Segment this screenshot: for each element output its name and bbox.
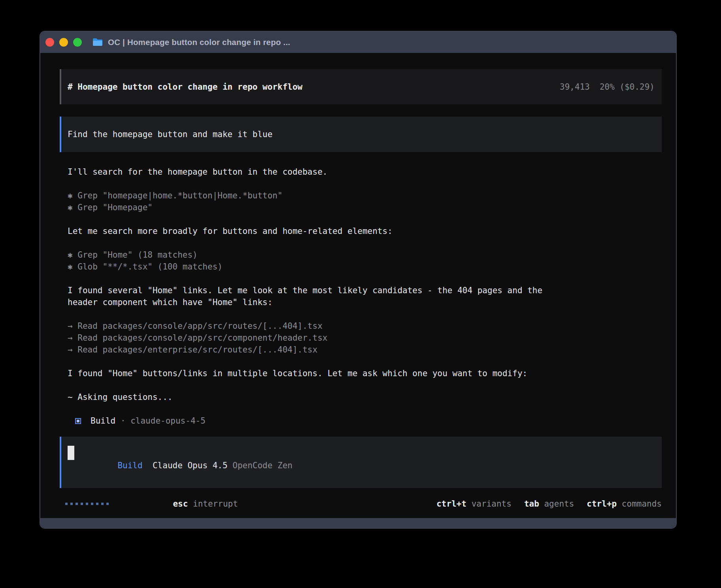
close-button[interactable] [45,38,54,47]
window-title: OC | Homepage button color change in rep… [108,38,290,47]
input-provider: OpenCode Zen [232,461,293,470]
transcript-line [68,178,662,190]
agent-name: Build [91,415,115,427]
user-message-text: Find the homepage button and make it blu… [68,128,272,140]
spinner-dot [65,503,68,505]
window-footer [40,518,676,528]
spinner-dot [96,503,98,505]
input-meta: Build Claude Opus 4.5 OpenCode Zen [68,448,293,483]
traffic-lights [45,38,82,47]
zoom-button[interactable] [73,38,82,47]
square-in-square-icon [75,418,81,424]
user-message: Find the homepage button and make it blu… [60,117,662,152]
transcript-line [68,356,662,368]
spinner-dot [106,503,109,505]
agent-separator: · [115,415,130,427]
spinner-dot [86,503,88,505]
transcript-line: → Read packages/enterprise/src/routes/[.… [68,344,662,356]
transcript-line: I found "Home" buttons/links in multiple… [68,368,662,379]
input-model: Claude Opus 4.5 [153,461,228,470]
window-titlebar[interactable]: OC | Homepage button color change in rep… [40,32,676,53]
transcript-line: ~ Asking questions... [68,391,662,403]
minimize-button[interactable] [59,38,68,47]
shortcut-interrupt: esc interrupt [123,486,238,518]
spinner-dot [81,503,83,505]
terminal-body: # Homepage button color change in repo w… [40,53,676,518]
transcript-line: header component which have "Home" links… [68,296,662,308]
spinner-dot [70,503,73,505]
transcript-line [68,273,662,285]
esc-label: interrupt [193,499,238,509]
transcript-line [68,237,662,249]
transcript-line [68,213,662,225]
transcript-line [68,403,662,415]
context-usage: 20% ($0.29) [600,81,655,93]
transcript-line: I'll search for the homepage button in t… [68,166,662,178]
spinner-dot [101,503,104,505]
session-header: # Homepage button color change in repo w… [60,69,662,104]
shortcut-agents: tab agents [524,498,574,510]
input-mode: Build [117,461,142,470]
token-count: 39,413 [560,81,590,93]
transcript: I'll search for the homepage button in t… [60,166,662,415]
session-stats: 39,413 20% ($0.29) [560,81,655,93]
transcript-line [68,379,662,391]
prompt-input[interactable]: Build Claude Opus 4.5 OpenCode Zen [60,437,662,488]
shortcut-variants: ctrl+t variants [436,498,511,510]
transcript-line: → Read packages/console/app/src/routes/[… [68,320,662,332]
transcript-line: → Read packages/console/app/src/componen… [68,332,662,344]
spinner-dot [75,503,78,505]
transcript-line: ✱ Grep "Homepage" [68,202,662,213]
transcript-line: ✱ Glob "**/*.tsx" (100 matches) [68,261,662,273]
session-title: # Homepage button color change in repo w… [68,81,560,93]
transcript-line: ✱ Grep "Home" (18 matches) [68,249,662,261]
status-bar: esc interrupt ctrl+t variants tab agents… [60,498,662,510]
spinner-dot [91,503,93,505]
shortcut-commands: ctrl+p commands [587,498,662,510]
agent-status-line: Build · claude-opus-4-5 [60,415,662,427]
agent-model: claude-opus-4-5 [130,415,206,427]
transcript-line: Let me search more broadly for buttons a… [68,225,662,237]
terminal-window: OC | Homepage button color change in rep… [40,31,677,529]
spinner-dots [65,503,109,505]
transcript-line: ✱ Grep "homepage|home.*button|Home.*butt… [68,190,662,202]
esc-key: esc [173,499,188,509]
folder-icon [92,38,103,47]
transcript-line: I found several "Home" links. Let me loo… [68,285,662,296]
statusbar-shortcuts: ctrl+t variants tab agents ctrl+p comman… [436,498,662,510]
transcript-line [68,308,662,320]
